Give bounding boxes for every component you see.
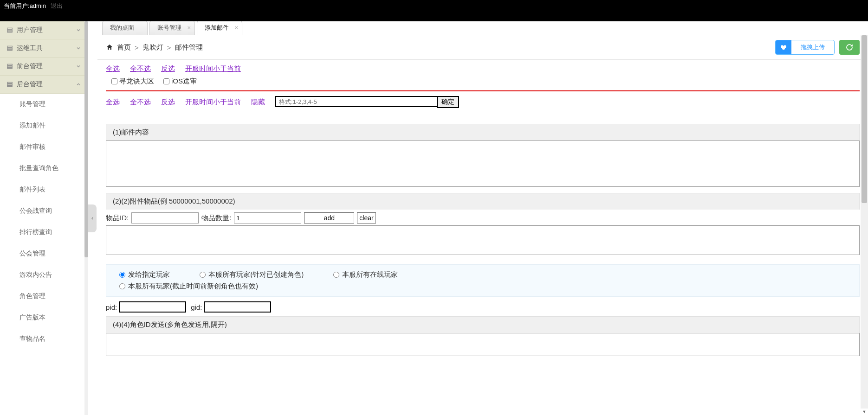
- upload-label: 拖拽上传: [791, 43, 834, 51]
- hide-link[interactable]: 隐藏: [251, 98, 265, 107]
- sidebar-item-guild-mgmt[interactable]: 公会管理: [0, 243, 88, 264]
- refresh-icon: [846, 44, 853, 51]
- range-filter-input[interactable]: [275, 96, 438, 107]
- svg-rect-6: [7, 64, 13, 65]
- svg-rect-2: [7, 31, 13, 32]
- sidebar-collapse-handle[interactable]: [88, 204, 97, 232]
- tab-account-mgmt[interactable]: 账号管理×: [149, 21, 195, 35]
- layers-icon: [6, 45, 13, 51]
- breadcrumb-mid[interactable]: 鬼吹灯: [143, 43, 163, 52]
- pid-input[interactable]: [119, 301, 186, 313]
- scrollbar-thumb[interactable]: [84, 21, 88, 257]
- radio-all-include-new[interactable]: 本服所有玩家(截止时间前新创角色也有效): [119, 282, 258, 291]
- selection-links-top: 全选 全不选 反选 开服时间小于当前: [106, 62, 860, 76]
- svg-rect-5: [7, 49, 13, 50]
- chevron-up-icon: [76, 82, 81, 87]
- svg-rect-7: [7, 66, 13, 67]
- layers-icon: [6, 27, 13, 33]
- select-all-link-2[interactable]: 全选: [106, 98, 120, 107]
- tab-my-desktop[interactable]: 我的桌面: [102, 21, 148, 35]
- topbar: 当前用户:admin 退出: [0, 0, 868, 21]
- pid-label: pid:: [106, 303, 117, 311]
- tab-label: 账号管理: [157, 24, 181, 31]
- section-2-header: (2)(2)附件物品(例 50000001,50000002): [106, 193, 860, 210]
- radio-all-created[interactable]: 本服所有玩家(针对已创建角色): [200, 270, 304, 279]
- selection-links-bottom: 全选 全不选 反选 开服时间小于当前 隐藏 确定: [106, 93, 860, 111]
- svg-rect-11: [7, 85, 13, 86]
- separator-icon: >: [135, 44, 139, 51]
- mail-content-textarea[interactable]: [106, 140, 860, 187]
- svg-rect-10: [7, 84, 13, 85]
- scrollbar-thumb[interactable]: [862, 35, 867, 203]
- gid-label: gid:: [191, 303, 202, 311]
- sidebar: 用户管理 运维工具 前台管理 后台管理 账号管理 添加邮件 邮件审核 批量查询角…: [0, 21, 88, 415]
- close-icon[interactable]: ×: [187, 24, 191, 31]
- section-4-header: (4)(4)角色ID发送(多角色发送用,隔开): [106, 316, 860, 333]
- sidebar-scrollbar[interactable]: [84, 21, 88, 415]
- checkbox-xunlongjue[interactable]: 寻龙诀大区: [111, 77, 154, 86]
- select-invert-link-2[interactable]: 反选: [161, 98, 175, 107]
- select-opentime-link[interactable]: 开服时间小于当前: [185, 64, 241, 73]
- radio-input[interactable]: [119, 272, 125, 278]
- target-radio-group: 发给指定玩家 本服所有玩家(针对已创建角色) 本服所有在线玩家 本服所有玩家(截…: [106, 264, 860, 297]
- gid-input[interactable]: [204, 301, 271, 313]
- clear-button[interactable]: clear: [357, 212, 376, 223]
- close-icon[interactable]: ×: [234, 24, 238, 31]
- sidebar-item-mail-review[interactable]: 邮件审核: [0, 136, 88, 158]
- checkbox-input[interactable]: [163, 78, 169, 84]
- tab-add-mail[interactable]: 添加邮件×: [197, 21, 242, 35]
- select-none-link-2[interactable]: 全不选: [130, 98, 151, 107]
- checkbox-input[interactable]: [111, 78, 117, 84]
- svg-point-14: [782, 47, 785, 50]
- svg-rect-1: [7, 30, 13, 31]
- radio-input[interactable]: [333, 272, 339, 278]
- role-ids-textarea[interactable]: [106, 333, 860, 356]
- drag-upload-button[interactable]: 拖拽上传: [775, 40, 835, 55]
- svg-rect-9: [7, 82, 13, 83]
- add-button[interactable]: add: [304, 212, 354, 223]
- select-all-link[interactable]: 全选: [106, 64, 120, 73]
- breadcrumb-tail: 邮件管理: [175, 43, 203, 52]
- chevron-down-icon: [76, 64, 81, 69]
- item-id-label: 物品ID:: [106, 214, 129, 223]
- nav-group-label: 用户管理: [17, 26, 76, 34]
- checkbox-ios-review[interactable]: iOS送审: [163, 77, 197, 86]
- nav-group-frontend[interactable]: 前台管理: [0, 57, 88, 76]
- scroll-down-icon[interactable]: ▼: [861, 409, 868, 415]
- radio-input[interactable]: [200, 272, 206, 278]
- refresh-button[interactable]: [839, 40, 860, 55]
- nav-group-ops-tools[interactable]: 运维工具: [0, 39, 88, 57]
- main-scrollbar[interactable]: ▼: [861, 35, 868, 409]
- sidebar-item-mail-list[interactable]: 邮件列表: [0, 179, 88, 200]
- nav-sub-backend: 账号管理 添加邮件 邮件审核 批量查询角色 邮件列表 公会战查询 排行榜查询 公…: [0, 94, 88, 350]
- item-qty-input[interactable]: [234, 212, 301, 223]
- radio-all-online[interactable]: 本服所有在线玩家: [333, 270, 398, 279]
- sidebar-item-guildwar-query[interactable]: 公会战查询: [0, 200, 88, 222]
- select-none-link[interactable]: 全不选: [130, 64, 151, 73]
- sidebar-item-role-mgmt[interactable]: 角色管理: [0, 286, 88, 307]
- item-id-input[interactable]: [131, 212, 199, 223]
- select-opentime-link-2[interactable]: 开服时间小于当前: [185, 98, 241, 107]
- breadcrumb-home[interactable]: 首页: [117, 43, 131, 52]
- tabbar: 我的桌面 账号管理× 添加邮件×: [97, 21, 868, 35]
- radio-input[interactable]: [119, 283, 125, 289]
- current-user-name: admin: [30, 2, 46, 9]
- nav-group-user-mgmt[interactable]: 用户管理: [0, 21, 88, 39]
- chevron-down-icon: [76, 45, 81, 51]
- radio-specific-player[interactable]: 发给指定玩家: [119, 270, 170, 279]
- confirm-button[interactable]: 确定: [437, 96, 459, 108]
- svg-rect-0: [7, 28, 13, 29]
- nav-group-backend[interactable]: 后台管理: [0, 76, 88, 94]
- items-display-area: [106, 225, 860, 255]
- select-invert-link[interactable]: 反选: [161, 64, 175, 73]
- layers-icon: [6, 81, 13, 88]
- tab-label: 我的桌面: [110, 24, 134, 31]
- sidebar-item-rank-query[interactable]: 排行榜查询: [0, 222, 88, 243]
- sidebar-item-account-mgmt[interactable]: 账号管理: [0, 94, 88, 115]
- logout-link[interactable]: 退出: [51, 2, 63, 9]
- sidebar-item-batch-role-query[interactable]: 批量查询角色: [0, 158, 88, 179]
- sidebar-item-item-lookup[interactable]: 查物品名: [0, 328, 88, 350]
- sidebar-item-ingame-notice[interactable]: 游戏内公告: [0, 264, 88, 286]
- sidebar-item-ad-version[interactable]: 广告版本: [0, 307, 88, 328]
- sidebar-item-add-mail[interactable]: 添加邮件: [0, 115, 88, 136]
